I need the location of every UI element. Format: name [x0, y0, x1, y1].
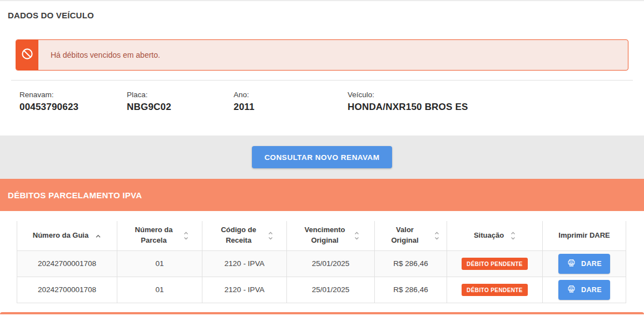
overdue-debts-alert: Há débitos vencidos em aberto. — [16, 39, 628, 71]
status-badge: DÉBITO PENDENTE — [462, 284, 528, 296]
consult-new-renavam-button[interactable]: CONSULTAR NOVO RENAVAM — [252, 146, 392, 168]
divider — [11, 80, 633, 81]
column-label: Código de Receita — [216, 225, 261, 246]
table-row: 20242700001708 01 2120 - IPVA 25/01/2025… — [17, 250, 626, 277]
next-section-top-edge — [0, 312, 644, 314]
print-dare-button[interactable]: DARE — [558, 280, 610, 300]
cell-imprimir: DARE — [543, 250, 626, 277]
column-label: Situação — [474, 230, 504, 241]
cell-valor: R$ 286,46 — [375, 277, 447, 303]
cell-vencimento: 25/01/2025 — [287, 250, 375, 277]
blocked-icon — [21, 47, 34, 63]
sort-icon — [268, 232, 273, 240]
sort-icon — [511, 232, 516, 240]
column-header-numero-guia[interactable]: Número da Guia — [17, 221, 117, 250]
field-ano: Ano: 2011 — [234, 91, 348, 113]
column-header-imprimir-dare: Imprimir DARE — [543, 221, 626, 250]
cell-codigo-receita: 2120 - IPVA — [202, 277, 287, 303]
print-dare-button[interactable]: DARE — [558, 254, 610, 274]
ipva-debits-page: DADOS DO VEÍCULO Há débitos vencidos em … — [0, 0, 644, 316]
vehicle-fields: Renavam: 00453790623 Placa: NBG9C02 Ano:… — [19, 91, 644, 113]
field-value: 00453790623 — [19, 102, 127, 113]
status-badge: DÉBITO PENDENTE — [462, 258, 528, 270]
column-label: Vencimento Original — [302, 225, 348, 246]
alert-message: Há débitos vencidos em aberto. — [38, 51, 160, 59]
table-header-row: Número da Guia Número da Parcela — [17, 221, 626, 250]
section-title-vehicle: DADOS DO VEÍCULO — [0, 1, 644, 20]
cell-situacao: DÉBITO PENDENTE — [447, 250, 543, 277]
alert-icon-box — [16, 40, 38, 70]
field-veiculo: Veículo: HONDA/NXR150 BROS ES — [348, 91, 644, 113]
debits-section-title: DÉBITOS PARCELAMENTO IPVA — [8, 190, 142, 200]
vehicle-data-section: DADOS DO VEÍCULO Há débitos vencidos em … — [0, 0, 644, 136]
sort-asc-icon — [95, 232, 101, 240]
column-header-numero-parcela[interactable]: Número da Parcela — [117, 221, 202, 250]
sort-icon — [434, 232, 439, 240]
column-label: Número da Parcela — [131, 225, 177, 246]
cell-numero-parcela: 01 — [117, 250, 202, 277]
column-header-codigo-receita[interactable]: Código de Receita — [202, 221, 287, 250]
debits-table: Número da Guia Número da Parcela — [17, 221, 626, 303]
field-label: Renavam: — [19, 91, 127, 99]
debits-table-section: Número da Guia Número da Parcela — [0, 211, 644, 303]
print-button-label: DARE — [581, 260, 602, 268]
column-label: Imprimir DARE — [558, 230, 610, 241]
field-placa: Placa: NBG9C02 — [127, 91, 234, 113]
table-row: 20242700001708 01 2120 - IPVA 25/01/2025… — [17, 277, 626, 303]
cell-numero-parcela: 01 — [117, 277, 202, 303]
field-value: 2011 — [234, 102, 348, 113]
cell-imprimir: DARE — [543, 277, 626, 303]
cell-situacao: DÉBITO PENDENTE — [447, 277, 543, 303]
sort-icon — [354, 232, 359, 240]
column-label: Número da Guia — [33, 230, 88, 241]
column-header-situacao[interactable]: Situação — [447, 221, 543, 250]
field-label: Placa: — [127, 91, 234, 99]
field-value: NBG9C02 — [127, 102, 234, 113]
printer-icon — [567, 284, 576, 295]
field-label: Ano: — [234, 91, 348, 99]
sort-icon — [184, 232, 189, 240]
debits-section-header: DÉBITOS PARCELAMENTO IPVA — [0, 179, 644, 211]
cell-numero-guia: 20242700001708 — [17, 277, 117, 303]
field-label: Veículo: — [348, 91, 644, 99]
cell-codigo-receita: 2120 - IPVA — [202, 250, 287, 277]
column-header-vencimento-original[interactable]: Vencimento Original — [287, 221, 375, 250]
printer-icon — [567, 258, 576, 269]
cell-valor: R$ 286,46 — [375, 250, 447, 277]
column-header-valor-original[interactable]: Valor Original — [375, 221, 447, 250]
field-value: HONDA/NXR150 BROS ES — [348, 102, 644, 113]
column-label: Valor Original — [382, 225, 428, 246]
cell-numero-guia: 20242700001708 — [17, 250, 117, 277]
print-button-label: DARE — [581, 286, 602, 294]
cell-vencimento: 25/01/2025 — [287, 277, 375, 303]
field-renavam: Renavam: 00453790623 — [19, 91, 127, 113]
consult-band: CONSULTAR NOVO RENAVAM — [0, 136, 644, 179]
